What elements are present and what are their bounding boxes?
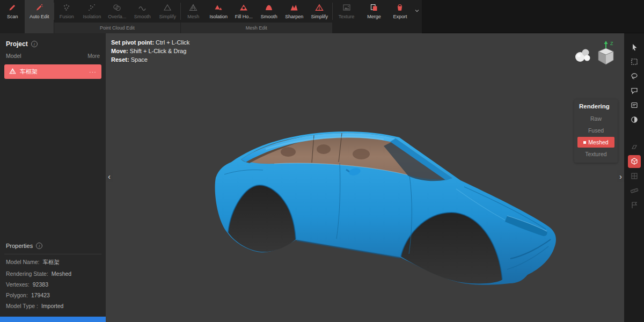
rendering-option-textured[interactable]: Textured [577, 149, 614, 159]
3d-viewport[interactable]: Set pivot point: Ctrl + L-Click Move: Sh… [106, 33, 624, 322]
hint-reset: Reset: Space [111, 56, 189, 63]
mesh-view-button[interactable] [628, 155, 641, 168]
collapse-right-rail-arrow[interactable]: › [617, 170, 624, 182]
properties-panel: Properties i Model Name:车框架 Rendering St… [0, 243, 106, 309]
lasso-select-button[interactable] [628, 70, 641, 83]
collapse-sidebar-arrow[interactable]: ‹ [106, 170, 113, 182]
point-cloud-edit-group-label: Point Cloud Edit [54, 23, 180, 33]
model-mesh-icon [9, 68, 16, 76]
fusion-button[interactable]: Fusion [54, 0, 79, 23]
viewport-hints: Set pivot point: Ctrl + L-Click Move: Sh… [111, 39, 189, 65]
merge-button[interactable]: Merge [360, 0, 387, 33]
properties-divider [4, 254, 101, 254]
pc-simplify-button[interactable]: Simplify [155, 0, 180, 23]
plane-tool-button[interactable] [628, 141, 641, 153]
merge-label: Merge [367, 14, 381, 19]
mesh-button[interactable]: Mesh [181, 0, 206, 23]
model-item-name: 车框架 [20, 68, 85, 76]
mesh-edit-group: Mesh Isolation Fill Ho... [181, 0, 332, 33]
triangle-outline-icon [163, 3, 172, 12]
view-cube-gizmo[interactable]: Z [592, 38, 620, 69]
right-tool-rail [624, 33, 644, 322]
texture-label: Texture [339, 14, 355, 19]
prop-vertexes: Vertexes:92383 [0, 281, 106, 288]
prop-rendering-state: Rendering State:Meshed [0, 270, 106, 277]
car-body-model [207, 123, 561, 290]
ruler-icon [630, 186, 639, 195]
overlap-icon [113, 3, 121, 12]
rendering-panel: Rendering Raw Fused Meshed Textured [574, 99, 618, 163]
note-icon [630, 101, 639, 109]
prop-model-type: Model Type :Imported [0, 303, 106, 309]
isolation-mesh-icon [214, 3, 223, 12]
pointer-icon [630, 43, 639, 52]
prop-model-name: Model Name:车框架 [0, 259, 106, 266]
rendering-option-meshed[interactable]: Meshed [577, 137, 614, 148]
overlap-button[interactable]: Overla... [105, 0, 130, 23]
bottom-accent-bar [0, 317, 106, 322]
plane-icon [630, 143, 639, 151]
chevron-down-icon [414, 8, 420, 16]
chat-button[interactable] [628, 84, 641, 97]
revo-scan-app: Scan Auto Edit Fusion [0, 0, 644, 322]
chat-icon [630, 86, 639, 95]
smooth-hill-icon [265, 3, 273, 12]
image-icon [342, 3, 351, 12]
mesh-smooth-button[interactable]: Smooth [257, 0, 282, 23]
pc-isolation-button[interactable]: Isolation [79, 0, 105, 23]
sharpen-button[interactable]: Sharpen [282, 0, 307, 23]
rendering-option-fused[interactable]: Fused [577, 125, 614, 136]
scan-label: Scan [7, 14, 18, 19]
project-title: Project [6, 40, 28, 48]
marquee-select-button[interactable] [628, 55, 641, 68]
export-button[interactable]: Export [388, 0, 413, 33]
marquee-icon [630, 57, 639, 66]
peaks-icon [290, 3, 298, 12]
contrast-icon [630, 115, 639, 124]
pointer-tool-button[interactable] [628, 41, 641, 54]
auto-edit-button[interactable]: Auto Edit [25, 0, 53, 33]
pen-icon [8, 3, 17, 12]
z-axis-label: Z [610, 41, 613, 46]
properties-title: Properties [6, 243, 33, 249]
export-dropdown-chevron[interactable] [412, 0, 422, 23]
overlapping-pages-icon [370, 3, 378, 12]
project-sidebar: Project i Model More 车框架 ··· Properties … [0, 33, 106, 317]
model-item-menu-button[interactable]: ··· [89, 69, 97, 75]
lasso-icon [630, 72, 639, 80]
hint-move: Move: Shift + L-Click & Drag [111, 48, 189, 54]
hint-set-pivot: Set pivot point: Ctrl + L-Click [111, 39, 189, 46]
annotation-tool-button[interactable] [628, 199, 641, 211]
model-list-item[interactable]: 车框架 ··· [4, 64, 101, 79]
fill-holes-button[interactable]: Fill Ho... [231, 0, 257, 23]
prop-polygon: Polygon:179423 [0, 292, 106, 298]
isolation-dots-icon [87, 3, 96, 12]
grid-tool-button[interactable] [628, 170, 641, 182]
model-section-label: Model [6, 53, 21, 59]
mesh-isolation-button[interactable]: Isolation [206, 0, 231, 23]
scan-button[interactable]: Scan [0, 0, 25, 33]
shading-toggle-button[interactable] [628, 113, 641, 126]
rendering-panel-title: Rendering [574, 99, 618, 112]
rendering-option-raw[interactable]: Raw [577, 113, 614, 124]
pc-smooth-button[interactable]: Smooth [130, 0, 155, 23]
magic-pen-icon [35, 3, 43, 12]
point-cloud-edit-group: Fusion Isolation Overla... [54, 0, 180, 33]
triangle-hole-icon [239, 3, 248, 12]
info-icon[interactable]: i [36, 243, 42, 249]
active-bullet-icon [583, 141, 586, 144]
info-icon[interactable]: i [31, 41, 38, 47]
more-button[interactable]: More [87, 53, 100, 59]
mesh-simplify-button[interactable]: Simplify [307, 0, 332, 23]
top-toolbar: Scan Auto Edit Fusion [0, 0, 644, 33]
paint-bucket-icon [396, 3, 404, 12]
mesh-edit-group-label: Mesh Edit [181, 23, 332, 33]
export-label: Export [393, 14, 407, 19]
cube-icon [630, 157, 639, 166]
texture-button[interactable]: Texture [333, 0, 360, 33]
notes-button[interactable] [628, 99, 641, 112]
material-sphere-widget[interactable] [574, 47, 593, 63]
measure-tool-button[interactable] [628, 184, 641, 197]
simplify-triangle-icon [315, 3, 324, 12]
triangle-mesh-icon [189, 3, 197, 12]
